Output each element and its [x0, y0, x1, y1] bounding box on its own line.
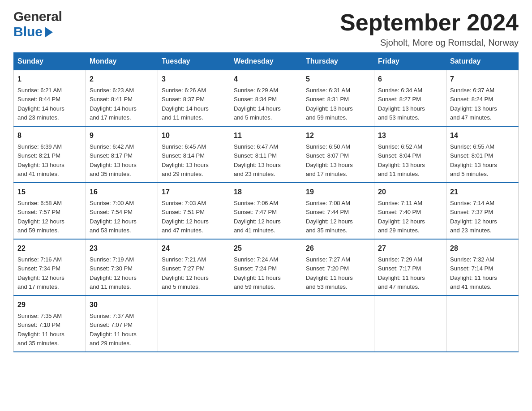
weekday-header-saturday: Saturday	[446, 53, 519, 70]
calendar-cell: 6 Sunrise: 6:34 AMSunset: 8:27 PMDayligh…	[374, 70, 446, 127]
day-number: 23	[90, 243, 154, 254]
calendar-cell: 2 Sunrise: 6:23 AMSunset: 8:41 PMDayligh…	[86, 70, 158, 127]
calendar-cell: 25 Sunrise: 7:24 AMSunset: 7:24 PMDaylig…	[230, 239, 302, 295]
day-number: 21	[450, 187, 515, 197]
day-info: Sunrise: 6:21 AMSunset: 8:44 PMDaylight:…	[17, 87, 64, 121]
day-number: 11	[234, 130, 298, 141]
day-info: Sunrise: 7:00 AMSunset: 7:54 PMDaylight:…	[90, 200, 137, 234]
title-section: September 2024 Sjoholt, More og Romsdal,…	[340, 9, 519, 48]
day-info: Sunrise: 7:06 AMSunset: 7:47 PMDaylight:…	[234, 200, 281, 234]
day-info: Sunrise: 7:35 AMSunset: 7:10 PMDaylight:…	[17, 313, 64, 347]
calendar-cell: 9 Sunrise: 6:42 AMSunset: 8:17 PMDayligh…	[86, 126, 158, 183]
day-number: 14	[450, 130, 515, 141]
calendar-cell: 3 Sunrise: 6:26 AMSunset: 8:37 PMDayligh…	[158, 70, 230, 127]
calendar-table: SundayMondayTuesdayWednesdayThursdayFrid…	[13, 52, 519, 352]
calendar-cell: 19 Sunrise: 7:08 AMSunset: 7:44 PMDaylig…	[302, 183, 374, 239]
location-label: Sjoholt, More og Romsdal, Norway	[340, 38, 519, 48]
day-number: 3	[162, 74, 226, 85]
logo-general: General	[13, 9, 62, 24]
day-info: Sunrise: 6:45 AMSunset: 8:14 PMDaylight:…	[162, 143, 209, 177]
calendar-cell: 5 Sunrise: 6:31 AMSunset: 8:31 PMDayligh…	[302, 70, 374, 127]
day-number: 1	[17, 74, 82, 85]
day-number: 12	[306, 130, 370, 141]
calendar-cell: 13 Sunrise: 6:52 AMSunset: 8:04 PMDaylig…	[374, 126, 446, 183]
calendar-cell: 15 Sunrise: 6:58 AMSunset: 7:57 PMDaylig…	[14, 183, 86, 239]
day-number: 19	[306, 187, 370, 197]
day-info: Sunrise: 6:47 AMSunset: 8:11 PMDaylight:…	[234, 143, 281, 177]
day-info: Sunrise: 6:31 AMSunset: 8:31 PMDaylight:…	[306, 87, 353, 121]
day-info: Sunrise: 7:27 AMSunset: 7:20 PMDaylight:…	[306, 256, 353, 290]
day-number: 22	[17, 243, 82, 254]
calendar-cell: 22 Sunrise: 7:16 AMSunset: 7:34 PMDaylig…	[14, 239, 86, 295]
calendar-week-row: 15 Sunrise: 6:58 AMSunset: 7:57 PMDaylig…	[14, 183, 519, 239]
calendar-cell: 26 Sunrise: 7:27 AMSunset: 7:20 PMDaylig…	[302, 239, 374, 295]
calendar-week-row: 29 Sunrise: 7:35 AMSunset: 7:10 PMDaylig…	[14, 295, 519, 352]
calendar-cell: 10 Sunrise: 6:45 AMSunset: 8:14 PMDaylig…	[158, 126, 230, 183]
day-number: 5	[306, 74, 370, 85]
calendar-cell: 20 Sunrise: 7:11 AMSunset: 7:40 PMDaylig…	[374, 183, 446, 239]
day-info: Sunrise: 7:32 AMSunset: 7:14 PMDaylight:…	[450, 256, 497, 290]
calendar-cell: 28 Sunrise: 7:32 AMSunset: 7:14 PMDaylig…	[446, 239, 519, 295]
calendar-cell	[302, 295, 374, 352]
calendar-cell: 8 Sunrise: 6:39 AMSunset: 8:21 PMDayligh…	[14, 126, 86, 183]
day-number: 28	[450, 243, 515, 254]
day-info: Sunrise: 6:23 AMSunset: 8:41 PMDaylight:…	[90, 87, 137, 121]
day-number: 29	[17, 300, 82, 310]
day-number: 16	[90, 187, 154, 197]
day-info: Sunrise: 6:55 AMSunset: 8:01 PMDaylight:…	[450, 143, 497, 177]
calendar-cell	[374, 295, 446, 352]
day-info: Sunrise: 6:39 AMSunset: 8:21 PMDaylight:…	[17, 143, 64, 177]
day-number: 27	[378, 243, 442, 254]
weekday-header-monday: Monday	[86, 53, 158, 70]
calendar-cell: 16 Sunrise: 7:00 AMSunset: 7:54 PMDaylig…	[86, 183, 158, 239]
day-info: Sunrise: 6:52 AMSunset: 8:04 PMDaylight:…	[378, 143, 425, 177]
logo-blue: Blue	[13, 24, 43, 39]
calendar-header: SundayMondayTuesdayWednesdayThursdayFrid…	[14, 53, 519, 70]
day-info: Sunrise: 7:03 AMSunset: 7:51 PMDaylight:…	[162, 200, 209, 234]
weekday-header-thursday: Thursday	[302, 53, 374, 70]
month-title: September 2024	[340, 9, 519, 36]
day-number: 30	[90, 300, 154, 310]
weekday-header-tuesday: Tuesday	[158, 53, 230, 70]
day-info: Sunrise: 6:42 AMSunset: 8:17 PMDaylight:…	[90, 143, 137, 177]
day-info: Sunrise: 6:26 AMSunset: 8:37 PMDaylight:…	[162, 87, 209, 121]
day-number: 8	[17, 130, 82, 141]
calendar-cell: 18 Sunrise: 7:06 AMSunset: 7:47 PMDaylig…	[230, 183, 302, 239]
page-header: General Blue September 2024 Sjoholt, Mor…	[13, 9, 519, 48]
day-number: 2	[90, 74, 154, 85]
calendar-week-row: 8 Sunrise: 6:39 AMSunset: 8:21 PMDayligh…	[14, 126, 519, 183]
calendar-cell: 23 Sunrise: 7:19 AMSunset: 7:30 PMDaylig…	[86, 239, 158, 295]
day-info: Sunrise: 7:19 AMSunset: 7:30 PMDaylight:…	[90, 256, 137, 290]
day-number: 17	[162, 187, 226, 197]
day-info: Sunrise: 7:29 AMSunset: 7:17 PMDaylight:…	[378, 256, 425, 290]
calendar-cell: 11 Sunrise: 6:47 AMSunset: 8:11 PMDaylig…	[230, 126, 302, 183]
day-number: 18	[234, 187, 298, 197]
calendar-cell: 29 Sunrise: 7:35 AMSunset: 7:10 PMDaylig…	[14, 295, 86, 352]
day-info: Sunrise: 7:37 AMSunset: 7:07 PMDaylight:…	[90, 313, 137, 347]
day-info: Sunrise: 7:11 AMSunset: 7:40 PMDaylight:…	[378, 200, 425, 234]
day-number: 10	[162, 130, 226, 141]
day-info: Sunrise: 6:58 AMSunset: 7:57 PMDaylight:…	[17, 200, 64, 234]
day-number: 20	[378, 187, 442, 197]
day-number: 25	[234, 243, 298, 254]
calendar-cell: 30 Sunrise: 7:37 AMSunset: 7:07 PMDaylig…	[86, 295, 158, 352]
calendar-cell	[158, 295, 230, 352]
day-number: 9	[90, 130, 154, 141]
calendar-cell: 21 Sunrise: 7:14 AMSunset: 7:37 PMDaylig…	[446, 183, 519, 239]
day-info: Sunrise: 7:24 AMSunset: 7:24 PMDaylight:…	[234, 256, 281, 290]
day-number: 6	[378, 74, 442, 85]
weekday-header-sunday: Sunday	[14, 53, 86, 70]
day-info: Sunrise: 6:50 AMSunset: 8:07 PMDaylight:…	[306, 143, 353, 177]
day-number: 7	[450, 74, 515, 85]
logo-arrow-icon	[45, 27, 53, 38]
calendar-week-row: 22 Sunrise: 7:16 AMSunset: 7:34 PMDaylig…	[14, 239, 519, 295]
day-info: Sunrise: 7:16 AMSunset: 7:34 PMDaylight:…	[17, 256, 64, 290]
day-number: 24	[162, 243, 226, 254]
day-number: 26	[306, 243, 370, 254]
calendar-cell: 7 Sunrise: 6:37 AMSunset: 8:24 PMDayligh…	[446, 70, 519, 127]
day-number: 15	[17, 187, 82, 197]
logo: General Blue	[13, 9, 62, 39]
day-info: Sunrise: 7:14 AMSunset: 7:37 PMDaylight:…	[450, 200, 497, 234]
calendar-cell: 4 Sunrise: 6:29 AMSunset: 8:34 PMDayligh…	[230, 70, 302, 127]
calendar-cell	[446, 295, 519, 352]
